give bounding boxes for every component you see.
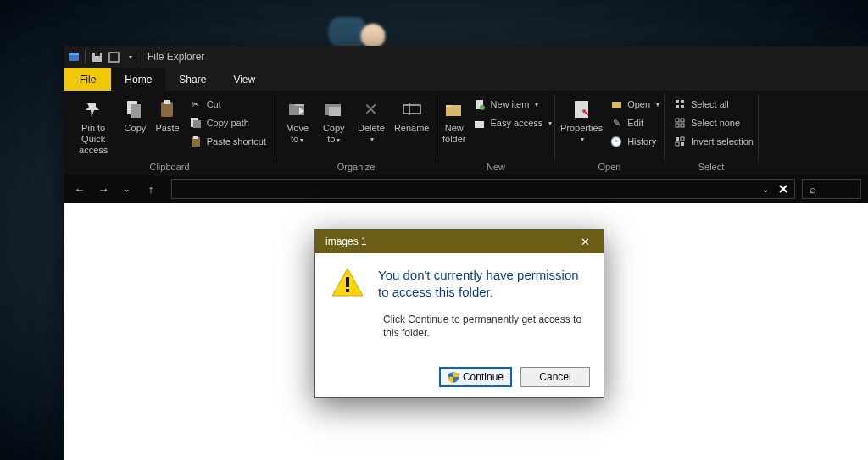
label: Select none — [691, 118, 740, 128]
svg-point-20 — [480, 105, 485, 110]
nav-recent-dropdown[interactable]: ⌄ — [119, 185, 136, 193]
copy-to-button[interactable]: Copy to▾ — [317, 96, 350, 146]
copy-button[interactable]: Copy — [120, 96, 149, 134]
label: Copy — [125, 123, 147, 134]
paste-icon — [158, 97, 178, 121]
label: Cancel — [539, 371, 570, 383]
qat-save-icon[interactable] — [91, 51, 103, 63]
rename-button[interactable]: Rename — [392, 96, 431, 134]
new-small-list: New item▾ Easy access▾ — [470, 96, 556, 131]
history-button[interactable]: 🕑History — [606, 133, 663, 150]
label: Delete▾ — [358, 123, 385, 145]
titlebar: ▾ File Explorer — [64, 46, 868, 68]
nav-bar: ← → ⌄ ↑ ⌄ ⌕ — [64, 175, 868, 203]
select-none-button[interactable]: Select none — [670, 114, 757, 131]
label: Paste shortcut — [207, 136, 266, 147]
label: Continue — [463, 371, 504, 383]
paste-button[interactable]: Paste — [153, 96, 182, 134]
move-to-icon — [287, 97, 308, 121]
copy-path-icon — [189, 117, 203, 129]
dialog-title: images 1 — [326, 236, 367, 247]
dialog-submessage: Click Continue to permanently get access… — [315, 301, 604, 340]
pin-quick-access-button[interactable]: Pin to Quick access — [70, 96, 117, 156]
label: New folder — [442, 123, 466, 145]
history-icon: 🕑 — [609, 136, 623, 147]
new-item-icon — [473, 99, 487, 110]
tab-view[interactable]: View — [220, 68, 269, 91]
ribbon-tabs: File Home Share View — [64, 68, 868, 91]
ribbon-group-open: Properties▾ Open▾ ✎Edit 🕑History Open — [555, 91, 664, 175]
svg-rect-8 — [164, 100, 170, 104]
edit-button[interactable]: ✎Edit — [606, 114, 663, 131]
group-label: Clipboard — [64, 162, 275, 175]
copy-to-icon — [324, 97, 344, 121]
new-folder-icon — [444, 97, 465, 121]
invert-selection-button[interactable]: Invert selection — [670, 133, 757, 150]
svg-rect-36 — [681, 142, 684, 146]
open-icon — [609, 99, 623, 110]
label: Select all — [691, 99, 729, 109]
svg-rect-37 — [346, 277, 349, 287]
pin-icon — [84, 97, 103, 121]
label: Rename — [394, 123, 430, 134]
separator — [85, 50, 86, 64]
separator — [142, 50, 142, 64]
cut-icon: ✂ — [189, 99, 203, 110]
easy-access-icon — [473, 118, 487, 129]
nav-up-button[interactable]: ↑ — [142, 183, 159, 196]
new-folder-button[interactable]: New folder — [442, 96, 466, 145]
ribbon-group-clipboard: Pin to Quick access Copy Paste ✂Cut Copy… — [64, 91, 275, 175]
warning-icon — [331, 267, 364, 301]
cut-button[interactable]: ✂Cut — [186, 96, 270, 113]
delete-button[interactable]: ✕ Delete▾ — [353, 96, 388, 145]
svg-rect-22 — [575, 101, 588, 118]
svg-rect-25 — [676, 100, 679, 103]
label: Move to▾ — [281, 123, 314, 146]
svg-rect-21 — [475, 121, 484, 128]
address-bar[interactable]: ⌄ — [171, 179, 795, 199]
refresh-icon[interactable] — [777, 183, 789, 195]
svg-point-23 — [582, 109, 586, 113]
tab-share[interactable]: Share — [165, 68, 220, 91]
svg-rect-15 — [329, 107, 341, 116]
chevron-down-icon: ▾ — [656, 101, 659, 108]
label: Edit — [627, 118, 643, 128]
cancel-button[interactable]: Cancel — [520, 367, 590, 387]
nav-back-button[interactable]: ← — [71, 183, 88, 196]
paste-shortcut-icon — [189, 136, 203, 147]
permission-dialog: images 1 ✕ You don't currently have perm… — [314, 229, 604, 398]
address-dropdown-icon[interactable]: ⌄ — [762, 185, 769, 194]
qat-undo-icon[interactable] — [108, 51, 120, 63]
svg-rect-35 — [676, 142, 679, 146]
select-small-list: Select all Select none Invert selection — [670, 96, 757, 150]
label: Copy path — [207, 118, 249, 128]
nav-forward-button[interactable]: → — [95, 183, 112, 196]
svg-rect-4 — [109, 53, 119, 62]
tab-home[interactable]: Home — [111, 68, 165, 91]
qat-dropdown-icon[interactable]: ▾ — [125, 51, 136, 63]
label: Pin to Quick access — [70, 123, 117, 156]
easy-access-button[interactable]: Easy access▾ — [470, 114, 556, 131]
dialog-titlebar: images 1 ✕ — [315, 230, 604, 253]
edit-icon: ✎ — [609, 118, 623, 129]
label: New item — [491, 99, 530, 109]
move-to-button[interactable]: Move to▾ — [281, 96, 314, 146]
select-all-button[interactable]: Select all — [670, 96, 757, 113]
continue-button[interactable]: Continue — [439, 367, 512, 387]
open-button[interactable]: Open▾ — [606, 96, 663, 113]
properties-button[interactable]: Properties▾ — [560, 96, 603, 145]
properties-icon — [572, 97, 591, 121]
chevron-down-icon: ▾ — [548, 119, 552, 127]
tab-file[interactable]: File — [64, 68, 111, 91]
app-icon — [68, 51, 80, 63]
label: Copy to▾ — [317, 123, 350, 146]
search-box[interactable]: ⌕ — [802, 179, 861, 199]
new-item-button[interactable]: New item▾ — [470, 96, 556, 113]
copy-path-button[interactable]: Copy path — [186, 114, 270, 131]
select-none-icon — [673, 118, 687, 129]
svg-rect-33 — [676, 137, 679, 141]
svg-rect-26 — [681, 100, 684, 103]
delete-icon: ✕ — [364, 97, 378, 121]
paste-shortcut-button[interactable]: Paste shortcut — [186, 133, 270, 150]
close-button[interactable]: ✕ — [566, 230, 604, 253]
